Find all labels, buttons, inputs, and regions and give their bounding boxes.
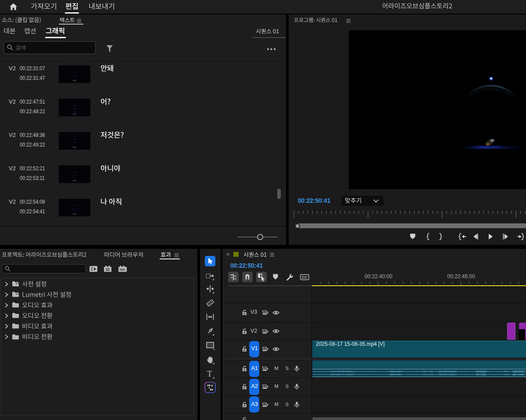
svg-text:CC: CC bbox=[302, 275, 307, 280]
svg-text:YUV: YUV bbox=[119, 268, 125, 271]
svg-text:32: 32 bbox=[106, 267, 110, 272]
svg-text:T: T bbox=[207, 369, 212, 378]
